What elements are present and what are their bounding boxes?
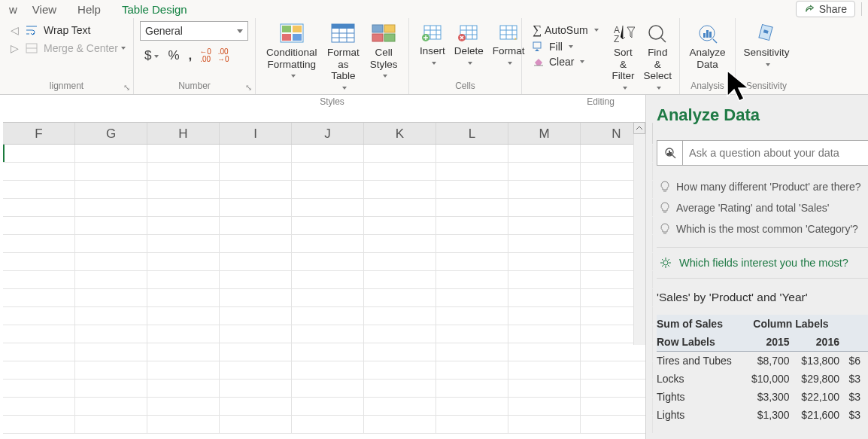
format-as-table-label: Format asTable bbox=[326, 47, 361, 93]
number-format-combo[interactable]: General bbox=[140, 21, 248, 41]
pivot-row: Tights$3,300$22,100$3 bbox=[657, 388, 868, 406]
accounting-format-button[interactable]: $ bbox=[140, 47, 163, 65]
sensitivity-button[interactable]: Sensitivity bbox=[739, 21, 794, 72]
suggestion-2[interactable]: Which is the most common 'Category'? bbox=[657, 218, 868, 239]
lightbulb-icon bbox=[660, 202, 670, 214]
svg-rect-10 bbox=[372, 34, 383, 41]
column-header-M[interactable]: M bbox=[508, 123, 581, 144]
svg-rect-4 bbox=[282, 34, 291, 41]
delete-cells-button[interactable]: Delete bbox=[450, 21, 488, 70]
svg-rect-28 bbox=[667, 153, 669, 155]
svg-point-20 bbox=[649, 26, 663, 39]
conditional-formatting-label: ConditionalFormatting bbox=[266, 47, 317, 82]
svg-rect-3 bbox=[293, 26, 302, 32]
pivot-row: Lights$1,300$21,600$3 bbox=[657, 406, 868, 424]
conditional-formatting-button[interactable]: ConditionalFormatting bbox=[262, 21, 322, 84]
delete-cells-icon bbox=[457, 23, 480, 42]
column-header-H[interactable]: H bbox=[147, 123, 220, 144]
scroll-up-button[interactable] bbox=[633, 122, 645, 134]
increase-decimal-button[interactable]: ←0.00 bbox=[196, 48, 214, 63]
sensitivity-group-label: Sensitivity bbox=[736, 79, 797, 94]
find-select-button[interactable]: Find &Select bbox=[639, 21, 677, 95]
menu-help[interactable]: Help bbox=[67, 3, 111, 16]
svg-rect-30 bbox=[670, 152, 672, 155]
lightbulb-icon bbox=[660, 223, 670, 235]
svg-rect-5 bbox=[293, 34, 302, 41]
insert-cells-label: Insert bbox=[420, 45, 445, 69]
merge-center-icon bbox=[26, 42, 39, 54]
cell-styles-button[interactable]: CellStyles bbox=[365, 21, 402, 84]
column-header-L[interactable]: L bbox=[436, 123, 508, 144]
suggestion-1[interactable]: Average 'Rating' and total 'Sales' bbox=[657, 197, 868, 218]
autosum-button[interactable]: ∑ AutoSum bbox=[528, 21, 603, 39]
svg-point-31 bbox=[663, 261, 668, 265]
find-select-icon bbox=[646, 23, 669, 44]
sort-filter-icon: AZ bbox=[612, 23, 635, 44]
insert-cells-button[interactable]: Insert bbox=[415, 21, 450, 70]
pivot-col-2015: 2015 bbox=[747, 333, 797, 352]
lightbulb-icon bbox=[660, 181, 670, 193]
fill-label: Fill bbox=[549, 41, 563, 53]
delete-cells-label: Delete bbox=[454, 45, 484, 69]
column-header-G[interactable]: G bbox=[75, 123, 147, 144]
suggestion-0[interactable]: How many different 'Product' are there? bbox=[657, 176, 868, 197]
ask-search-icon bbox=[657, 141, 683, 165]
format-as-table-button[interactable]: Format asTable bbox=[322, 21, 366, 95]
ask-question-box[interactable] bbox=[657, 140, 868, 166]
menu-view[interactable]: View bbox=[22, 3, 67, 16]
sort-filter-label: Sort &Filter bbox=[612, 47, 635, 93]
svg-rect-29 bbox=[669, 151, 670, 155]
alignment-group-label: lignment bbox=[0, 79, 133, 94]
menu-table-design[interactable]: Table Design bbox=[111, 3, 198, 16]
chevron-up-icon bbox=[636, 125, 642, 131]
svg-text:Z: Z bbox=[614, 34, 619, 44]
fill-button[interactable]: Fill bbox=[528, 39, 603, 54]
sensitivity-label: Sensitivity bbox=[744, 47, 790, 70]
indent-decrease-icon[interactable]: ◁ bbox=[6, 23, 21, 38]
conditional-formatting-icon bbox=[279, 23, 305, 44]
pivot-row-labels: Row Labels bbox=[657, 333, 747, 352]
column-header-J[interactable]: J bbox=[292, 123, 364, 144]
sort-filter-button[interactable]: AZ Sort &Filter bbox=[608, 21, 639, 95]
svg-rect-17 bbox=[533, 42, 541, 48]
number-launcher[interactable]: ⤡ bbox=[245, 83, 252, 93]
merge-center-button[interactable]: Merge & Center bbox=[21, 41, 130, 56]
svg-rect-11 bbox=[384, 34, 395, 41]
pivot-table: Sum of SalesColumn Labels Row Labels2015… bbox=[657, 315, 868, 424]
column-header-K[interactable]: K bbox=[364, 123, 436, 144]
svg-rect-23 bbox=[706, 30, 709, 38]
column-header-I[interactable]: I bbox=[220, 123, 292, 144]
pivot-col-labels: Column Labels bbox=[747, 315, 868, 333]
svg-rect-9 bbox=[384, 25, 395, 32]
analyze-data-button[interactable]: AnalyzeData bbox=[684, 21, 730, 72]
analyze-data-pane: Analyze Data How many different 'Product… bbox=[645, 95, 868, 439]
pivot-row: Tires and Tubes$8,700$13,800$6 bbox=[657, 352, 868, 370]
decrease-decimal-button[interactable]: .00→0 bbox=[214, 48, 232, 63]
cell-styles-icon bbox=[371, 23, 396, 44]
clear-button[interactable]: Clear bbox=[528, 54, 603, 69]
format-cells-label: Format bbox=[493, 45, 525, 69]
svg-rect-2 bbox=[282, 26, 291, 32]
percent-format-button[interactable]: % bbox=[163, 47, 184, 65]
pane-title: Analyze Data bbox=[657, 105, 868, 125]
pivot-row: Locks$10,000$29,800$3 bbox=[657, 370, 868, 388]
menu-view-partial[interactable]: w bbox=[5, 3, 22, 16]
pivot-corner: Sum of Sales bbox=[657, 315, 747, 333]
ask-question-input[interactable] bbox=[683, 147, 868, 159]
scrollbar-track[interactable] bbox=[633, 134, 645, 345]
spreadsheet-grid[interactable]: FGHIJKLMN bbox=[0, 95, 645, 439]
share-button[interactable]: Share bbox=[796, 1, 855, 17]
insert-cells-icon bbox=[421, 23, 444, 42]
alignment-launcher[interactable]: ⤡ bbox=[123, 83, 130, 93]
column-header-F[interactable]: F bbox=[3, 123, 75, 144]
comma-format-button[interactable]: , bbox=[184, 47, 197, 65]
indent-increase-icon[interactable]: ▷ bbox=[6, 41, 21, 56]
svg-rect-16 bbox=[500, 26, 517, 39]
format-cells-icon bbox=[497, 23, 520, 42]
fields-interest-label: Which fields interest you the most? bbox=[679, 257, 848, 269]
fields-interest-link[interactable]: Which fields interest you the most? bbox=[657, 247, 868, 279]
analyze-data-label: AnalyzeData bbox=[689, 47, 725, 70]
fill-icon bbox=[533, 41, 545, 52]
number-group-label: Number bbox=[134, 79, 255, 94]
wrap-text-button[interactable]: Wrap Text bbox=[21, 23, 96, 38]
